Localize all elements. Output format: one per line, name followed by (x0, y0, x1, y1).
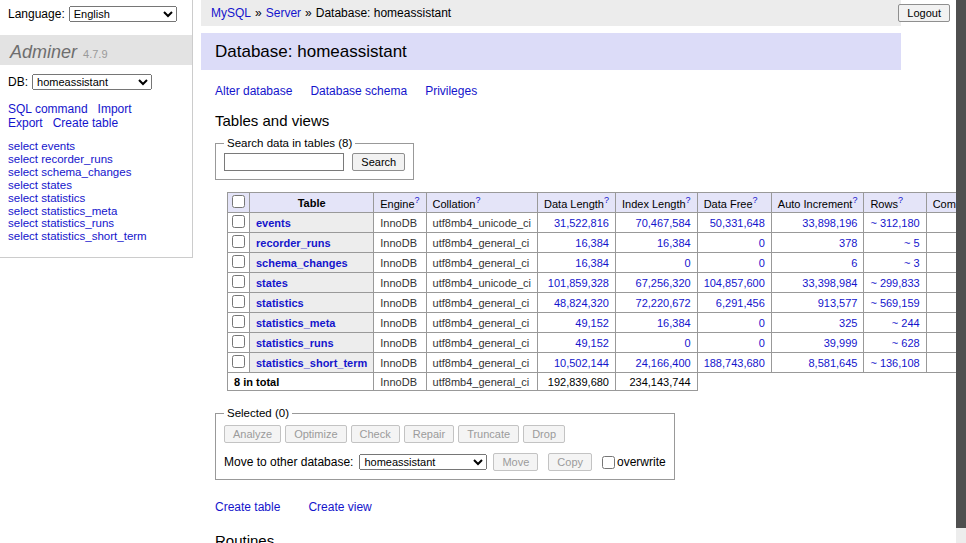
auto-increment-cell[interactable]: 913,577 (771, 293, 864, 313)
select-all-checkbox[interactable] (232, 195, 245, 208)
rows-cell[interactable]: ~ 569,159 (864, 293, 926, 313)
create-table-link[interactable]: Create table (215, 500, 280, 514)
data-length-cell[interactable]: 48,824,320 (538, 293, 616, 313)
breadcrumb-server-link[interactable]: Server (266, 6, 301, 20)
overwrite-checkbox[interactable] (602, 456, 615, 469)
auto-increment-cell[interactable]: 33,898,196 (771, 213, 864, 233)
data-free-cell[interactable]: 0 (697, 253, 771, 273)
row-checkbox[interactable] (232, 215, 245, 228)
language-select[interactable]: English (69, 6, 177, 22)
sidebar-table-link[interactable]: select events (8, 140, 184, 153)
breadcrumb-mysql-link[interactable]: MySQL (211, 6, 251, 20)
data-free-cell[interactable]: 0 (697, 233, 771, 253)
row-checkbox[interactable] (232, 315, 245, 328)
table-name-link[interactable]: schema_changes (256, 257, 348, 269)
row-checkbox[interactable] (232, 235, 245, 248)
row-checkbox[interactable] (232, 275, 245, 288)
table-search-input[interactable] (224, 153, 344, 171)
help-icon[interactable]: ? (475, 195, 480, 205)
data-length-cell[interactable]: 49,152 (538, 333, 616, 353)
sidebar-table-link[interactable]: select statistics_short_term (8, 230, 184, 243)
import-link[interactable]: Import (98, 102, 132, 116)
table-name-link[interactable]: statistics_meta (256, 317, 336, 329)
sidebar-table-link[interactable]: select statistics_runs (8, 217, 184, 230)
index-length-cell[interactable]: 16,384 (615, 313, 697, 333)
help-icon[interactable]: ? (604, 195, 609, 205)
index-length-cell[interactable]: 67,256,320 (615, 273, 697, 293)
optimize-button[interactable]: Optimize (285, 425, 346, 443)
help-icon[interactable]: ? (898, 195, 903, 205)
sidebar-table-link[interactable]: select recorder_runs (8, 153, 184, 166)
row-checkbox[interactable] (232, 255, 245, 268)
database-schema-link[interactable]: Database schema (310, 84, 407, 98)
analyze-button[interactable]: Analyze (224, 425, 281, 443)
table-name-link[interactable]: recorder_runs (256, 237, 331, 249)
create-view-link[interactable]: Create view (308, 500, 371, 514)
rows-cell[interactable]: ~ 136,108 (864, 353, 926, 373)
auto-increment-cell[interactable]: 33,398,984 (771, 273, 864, 293)
index-length-cell[interactable]: 0 (615, 333, 697, 353)
help-icon[interactable]: ? (852, 195, 857, 205)
table-name-link[interactable]: statistics_runs (256, 337, 334, 349)
data-free-cell[interactable]: 188,743,680 (697, 353, 771, 373)
privileges-link[interactable]: Privileges (425, 84, 477, 98)
help-icon[interactable]: ? (753, 195, 758, 205)
sidebar-table-link[interactable]: select statistics_meta (8, 205, 184, 218)
index-length-cell[interactable]: 24,166,400 (615, 353, 697, 373)
rows-cell[interactable]: ~ 3 (864, 253, 926, 273)
move-db-select[interactable]: homeassistant (359, 454, 487, 470)
sidebar-table-link[interactable]: select statistics (8, 192, 184, 205)
data-free-cell[interactable]: 104,857,600 (697, 273, 771, 293)
scrollbar-thumb[interactable] (956, 0, 966, 528)
auto-increment-cell[interactable]: 6 (771, 253, 864, 273)
create-table-sidebar-link[interactable]: Create table (53, 116, 118, 130)
sidebar-table-link[interactable]: select states (8, 179, 184, 192)
data-free-cell[interactable]: 0 (697, 333, 771, 353)
truncate-button[interactable]: Truncate (458, 425, 519, 443)
db-select[interactable]: homeassistant (32, 74, 152, 90)
index-length-cell[interactable]: 70,467,584 (615, 213, 697, 233)
help-icon[interactable]: ? (415, 195, 420, 205)
table-name-link[interactable]: statistics (256, 297, 304, 309)
table-name-link[interactable]: states (256, 277, 288, 289)
rows-cell[interactable]: ~ 628 (864, 333, 926, 353)
row-checkbox[interactable] (232, 355, 245, 368)
rows-cell[interactable]: ~ 299,833 (864, 273, 926, 293)
rows-cell[interactable]: ~ 312,180 (864, 213, 926, 233)
data-length-cell[interactable]: 16,384 (538, 233, 616, 253)
data-free-cell[interactable]: 0 (697, 313, 771, 333)
auto-increment-cell[interactable]: 39,999 (771, 333, 864, 353)
export-link[interactable]: Export (8, 116, 43, 130)
drop-button[interactable]: Drop (523, 425, 565, 443)
sidebar-table-link[interactable]: select schema_changes (8, 166, 184, 179)
data-length-cell[interactable]: 31,522,816 (538, 213, 616, 233)
search-button[interactable]: Search (352, 153, 405, 171)
vertical-scrollbar[interactable] (956, 0, 966, 543)
table-name-link[interactable]: statistics_short_term (256, 357, 367, 369)
index-length-cell[interactable]: 16,384 (615, 233, 697, 253)
table-name-link[interactable]: events (256, 217, 291, 229)
auto-increment-cell[interactable]: 325 (771, 313, 864, 333)
sql-command-link[interactable]: SQL command (8, 102, 88, 116)
auto-increment-cell[interactable]: 8,581,645 (771, 353, 864, 373)
rows-cell[interactable]: ~ 244 (864, 313, 926, 333)
data-length-cell[interactable]: 101,859,328 (538, 273, 616, 293)
alter-database-link[interactable]: Alter database (215, 84, 292, 98)
data-free-cell[interactable]: 6,291,456 (697, 293, 771, 313)
index-length-cell[interactable]: 0 (615, 253, 697, 273)
copy-button[interactable]: Copy (548, 453, 592, 471)
data-length-cell[interactable]: 49,152 (538, 313, 616, 333)
data-length-cell[interactable]: 16,384 (538, 253, 616, 273)
row-checkbox[interactable] (232, 295, 245, 308)
row-checkbox[interactable] (232, 335, 245, 348)
data-length-cell[interactable]: 10,502,144 (538, 353, 616, 373)
logout-button[interactable]: Logout (898, 4, 950, 22)
help-icon[interactable]: ? (686, 195, 691, 205)
index-length-cell[interactable]: 72,220,672 (615, 293, 697, 313)
auto-increment-cell[interactable]: 378 (771, 233, 864, 253)
rows-cell[interactable]: ~ 5 (864, 233, 926, 253)
move-button[interactable]: Move (493, 453, 538, 471)
check-button[interactable]: Check (351, 425, 400, 443)
repair-button[interactable]: Repair (404, 425, 454, 443)
data-free-cell[interactable]: 50,331,648 (697, 213, 771, 233)
